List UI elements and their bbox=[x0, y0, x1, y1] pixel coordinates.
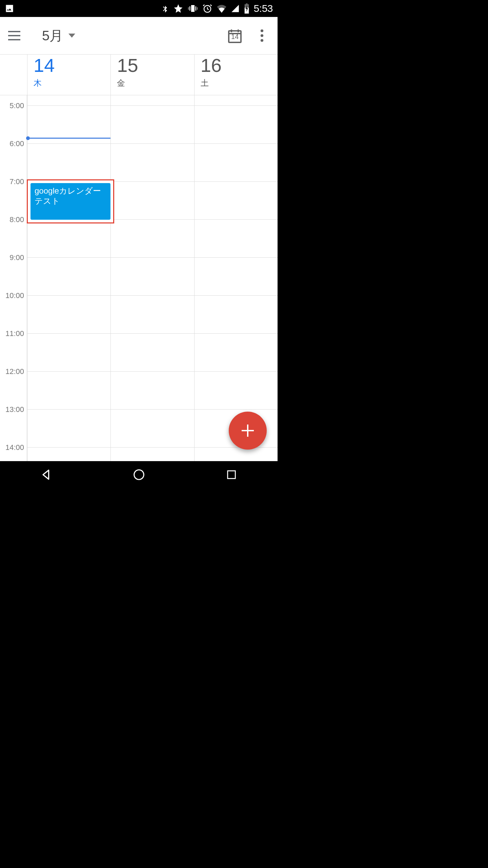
hour-label: 11:00 bbox=[0, 329, 24, 338]
event-highlight: googleカレンダーテスト bbox=[27, 179, 114, 223]
day-column-0[interactable] bbox=[27, 95, 110, 461]
star-icon bbox=[173, 3, 183, 14]
svg-point-4 bbox=[261, 39, 263, 42]
today-date-number: 14 bbox=[231, 33, 239, 41]
dropdown-triangle-icon bbox=[68, 34, 75, 38]
hour-label: 5:00 bbox=[0, 101, 24, 110]
vibrate-icon bbox=[187, 3, 198, 14]
day-header-14[interactable]: 14 木 bbox=[27, 55, 110, 95]
month-dropdown[interactable]: 5月 bbox=[42, 26, 223, 45]
recents-button[interactable] bbox=[211, 465, 252, 485]
hour-line bbox=[27, 371, 278, 372]
battery-charging-icon bbox=[244, 3, 250, 14]
home-icon bbox=[133, 468, 145, 481]
day-number: 16 bbox=[201, 56, 273, 75]
day-number: 14 bbox=[34, 56, 106, 75]
hour-line bbox=[27, 333, 278, 334]
hour-label: 10:00 bbox=[0, 291, 24, 300]
day-header-16[interactable]: 16 土 bbox=[194, 55, 278, 95]
app-toolbar: 5月 14 bbox=[0, 17, 278, 54]
hour-line bbox=[27, 409, 278, 410]
menu-button[interactable] bbox=[3, 24, 26, 47]
hour-label: 8:00 bbox=[0, 215, 24, 224]
hour-label: 12:00 bbox=[0, 367, 24, 376]
day-header-row: 14 木 15 金 16 土 bbox=[0, 54, 278, 95]
today-button[interactable]: 14 bbox=[225, 26, 244, 45]
more-vert-icon bbox=[260, 29, 264, 42]
day-weekday: 木 bbox=[34, 78, 106, 88]
screenshot-icon bbox=[5, 4, 14, 13]
hour-label: 9:00 bbox=[0, 253, 24, 262]
recents-icon bbox=[226, 469, 237, 480]
month-label: 5月 bbox=[42, 26, 63, 45]
hour-line bbox=[27, 143, 278, 144]
navigation-bar bbox=[0, 461, 278, 488]
back-icon bbox=[40, 468, 53, 481]
hour-line bbox=[27, 105, 278, 106]
day-number: 15 bbox=[117, 56, 189, 75]
alarm-icon bbox=[202, 3, 212, 14]
back-button[interactable] bbox=[26, 465, 67, 485]
hour-label: 7:00 bbox=[0, 177, 24, 186]
status-time: 5:53 bbox=[254, 3, 273, 14]
signal-icon bbox=[231, 4, 240, 13]
app-area: 5月 14 14 木 15 金 bbox=[0, 17, 278, 461]
svg-rect-6 bbox=[227, 471, 235, 479]
svg-point-5 bbox=[134, 470, 144, 480]
add-event-fab[interactable] bbox=[229, 412, 267, 450]
calendar-event[interactable]: googleカレンダーテスト bbox=[30, 183, 110, 220]
day-column-2[interactable] bbox=[194, 95, 278, 461]
hour-line bbox=[27, 257, 278, 258]
hamburger-icon bbox=[8, 31, 20, 40]
wifi-icon bbox=[217, 4, 227, 13]
svg-point-3 bbox=[261, 34, 263, 37]
hour-label: 13:00 bbox=[0, 405, 24, 414]
hour-label: 14:00 bbox=[0, 443, 24, 452]
bluetooth-icon bbox=[161, 3, 169, 14]
svg-point-2 bbox=[261, 29, 263, 32]
home-button[interactable] bbox=[119, 465, 159, 485]
day-column-1[interactable] bbox=[110, 95, 194, 461]
hour-label: 6:00 bbox=[0, 139, 24, 148]
status-bar: 5:53 bbox=[0, 0, 278, 17]
day-weekday: 土 bbox=[201, 78, 273, 88]
day-header-15[interactable]: 15 金 bbox=[110, 55, 194, 95]
gutter-spacer bbox=[0, 55, 27, 95]
day-weekday: 金 bbox=[117, 78, 189, 88]
current-time-indicator bbox=[27, 138, 110, 139]
overflow-menu-button[interactable] bbox=[252, 26, 271, 45]
calendar-grid[interactable]: 5:006:007:008:009:0010:0011:0012:0013:00… bbox=[0, 95, 278, 461]
hour-line bbox=[27, 295, 278, 296]
